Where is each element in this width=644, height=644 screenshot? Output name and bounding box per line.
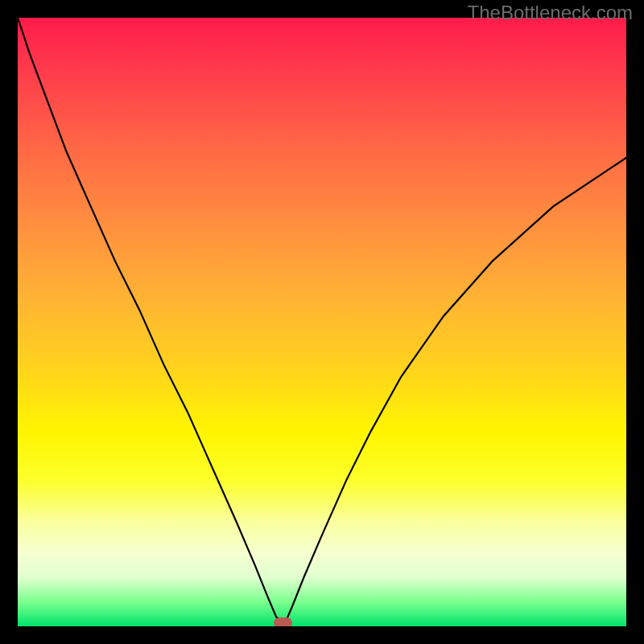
watermark-text: TheBottleneck.com bbox=[468, 2, 633, 24]
bottleneck-curve bbox=[18, 18, 626, 626]
chart-container: TheBottleneck.com bbox=[0, 0, 644, 644]
optimal-point-marker bbox=[274, 617, 292, 626]
plot-area bbox=[18, 18, 626, 626]
